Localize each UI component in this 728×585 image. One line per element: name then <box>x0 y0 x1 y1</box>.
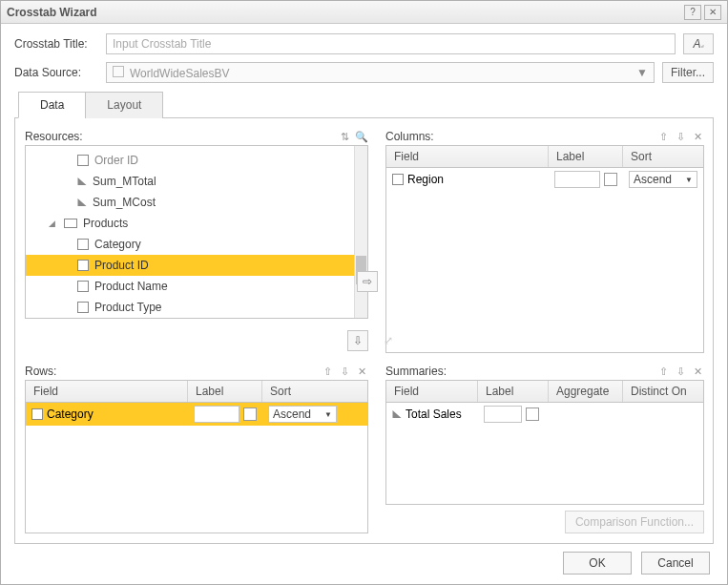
field-icon <box>77 281 89 292</box>
label-input[interactable] <box>554 171 600 188</box>
resources-panel: Resources: ⇅ 🔍 Order ID Sum_MTotal Sum_M… <box>25 128 368 319</box>
summ-header-field: Field <box>386 381 478 402</box>
tabs-area: Data Layout Resources: ⇅ 🔍 Order <box>14 91 714 544</box>
col-header-label: Label <box>549 146 623 167</box>
remove-icon[interactable]: ✕ <box>691 130 704 143</box>
cancel-button[interactable]: Cancel <box>641 552 710 575</box>
field-icon <box>77 155 89 166</box>
tab-data[interactable]: Data <box>18 92 86 118</box>
crosstab-wizard-dialog: Crosstab Wizard ? ✕ Crosstab Title: A꜀ D… <box>0 0 728 585</box>
sort-toggle-icon[interactable]: ⇅ <box>338 130 351 143</box>
close-button[interactable]: ✕ <box>704 5 721 20</box>
tree-item-selected[interactable]: Product ID <box>26 255 367 276</box>
col-header-field: Field <box>386 146 549 167</box>
tree-item[interactable]: Sum_MCost <box>26 192 367 213</box>
label-checkbox[interactable] <box>526 407 539 421</box>
label-checkbox[interactable] <box>243 407 257 421</box>
summaries-row[interactable]: Total Sales <box>386 403 703 426</box>
summaries-title: Summaries: <box>385 365 447 378</box>
remove-icon[interactable]: ✕ <box>355 365 368 378</box>
tree-item[interactable]: Product Type <box>26 297 367 318</box>
rows-panel: Rows: ⇧ ⇩ ✕ Field Label Sort <box>25 363 368 533</box>
move-down-icon[interactable]: ⇩ <box>674 130 687 143</box>
summ-header-distinct: Distinct On <box>623 381 703 402</box>
collapse-icon[interactable]: ◢ <box>49 219 58 228</box>
summ-header-aggregate: Aggregate <box>549 381 623 402</box>
label-checkbox[interactable] <box>604 173 617 186</box>
data-source-value: WorldWideSalesBV <box>130 67 229 80</box>
measure-icon <box>393 410 402 418</box>
summ-header-label: Label <box>478 381 549 402</box>
font-button[interactable]: A꜀ <box>683 33 714 54</box>
titlebar: Crosstab Wizard ? ✕ <box>1 1 727 24</box>
field-icon <box>77 260 89 271</box>
label-input[interactable] <box>484 406 522 423</box>
crosstab-title-row: Crosstab Title: A꜀ <box>14 33 714 54</box>
data-source-select[interactable]: WorldWideSalesBV ▼ <box>106 62 655 83</box>
tree-folder[interactable]: ◢Products <box>26 213 367 234</box>
tree-item[interactable]: Product Name <box>26 276 367 297</box>
scrollbar[interactable] <box>354 146 367 318</box>
measure-icon <box>78 198 87 206</box>
tab-layout[interactable]: Layout <box>85 92 163 118</box>
chevron-down-icon: ▼ <box>636 66 648 79</box>
arrow-row: ⇩ ⤢ <box>25 328 368 353</box>
dialog-footer: OK Cancel <box>14 552 714 575</box>
move-down-icon[interactable]: ⇩ <box>338 365 351 378</box>
window-title: Crosstab Wizard <box>7 6 681 19</box>
columns-row[interactable]: Region Ascend▼ <box>386 168 703 191</box>
move-down-button[interactable]: ⇩ <box>347 330 368 351</box>
move-right-button[interactable]: ⇨ <box>357 271 378 292</box>
search-icon[interactable]: 🔍 <box>355 130 368 143</box>
resources-title: Resources: <box>25 130 83 143</box>
tree-item[interactable]: Category <box>26 234 367 255</box>
tree-item[interactable]: Order ID <box>26 150 367 171</box>
columns-title: Columns: <box>385 130 434 143</box>
tab-body-data: Resources: ⇅ 🔍 Order ID Sum_MTotal Sum_M… <box>14 117 714 544</box>
field-icon <box>392 174 404 185</box>
data-source-row: Data Source: WorldWideSalesBV ▼ Filter..… <box>14 62 714 83</box>
summaries-panel: Summaries: ⇧ ⇩ ✕ Field Label Aggregate D… <box>385 363 704 533</box>
sort-select[interactable]: Ascend▼ <box>268 406 337 423</box>
datasource-icon <box>113 66 124 77</box>
help-button[interactable]: ? <box>684 5 701 20</box>
col-header-sort: Sort <box>623 146 703 167</box>
tree-item[interactable]: Sum_MTotal <box>26 171 367 192</box>
field-icon <box>77 239 89 250</box>
columns-panel: ⇨ Columns: ⇧ ⇩ ✕ Field Label <box>385 128 704 353</box>
swap-button[interactable]: ⤢ <box>378 330 399 351</box>
ok-button[interactable]: OK <box>563 552 632 575</box>
label-input[interactable] <box>194 406 239 423</box>
resources-tree[interactable]: Order ID Sum_MTotal Sum_MCost ◢Products … <box>25 145 368 319</box>
data-source-label: Data Source: <box>14 66 98 79</box>
filter-button[interactable]: Filter... <box>662 62 714 83</box>
rows-row[interactable]: Category Ascend▼ <box>26 403 367 426</box>
rows-title: Rows: <box>25 365 56 378</box>
tabstrip: Data Layout <box>18 92 714 118</box>
rows-grid: Field Label Sort Category Ascend▼ <box>25 380 368 533</box>
measure-icon <box>78 178 87 185</box>
columns-grid: Field Label Sort Region Ascend▼ <box>385 145 704 353</box>
move-up-icon[interactable]: ⇧ <box>321 365 334 378</box>
row-header-sort: Sort <box>262 381 367 402</box>
crosstab-title-input[interactable] <box>106 33 676 54</box>
sort-select[interactable]: Ascend▼ <box>629 171 697 188</box>
move-up-icon[interactable]: ⇧ <box>656 130 670 143</box>
move-down-icon[interactable]: ⇩ <box>674 365 687 378</box>
move-up-icon[interactable]: ⇧ <box>656 365 670 378</box>
remove-icon[interactable]: ✕ <box>691 365 704 378</box>
field-icon <box>77 302 89 313</box>
content: Crosstab Title: A꜀ Data Source: WorldWid… <box>1 24 727 584</box>
row-header-label: Label <box>188 381 262 402</box>
comparison-function-button[interactable]: Comparison Function... <box>565 511 704 533</box>
row-header-field: Field <box>26 381 188 402</box>
field-icon <box>31 408 43 420</box>
summaries-grid: Field Label Aggregate Distinct On Total … <box>385 380 704 505</box>
folder-icon <box>64 219 77 228</box>
crosstab-title-label: Crosstab Title: <box>14 37 98 51</box>
